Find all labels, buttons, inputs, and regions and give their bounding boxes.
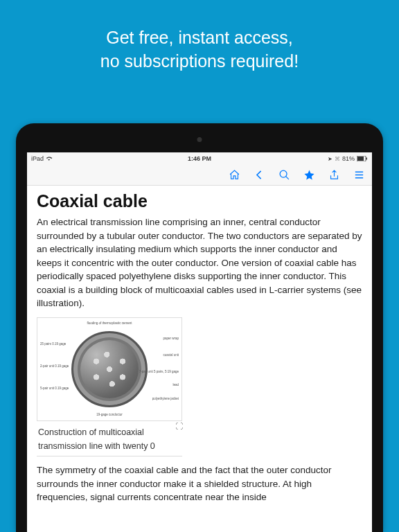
article-paragraph-2: The symmetry of the coaxial cable and th…	[37, 463, 362, 504]
figure-label-r4: lead	[172, 384, 179, 387]
svg-point-3	[280, 170, 287, 177]
home-button[interactable]	[228, 169, 240, 181]
figure-block: flooding of thermoplastic cement 25 pair…	[37, 317, 182, 456]
status-right: ➤ ⌘ 81%	[328, 155, 368, 162]
status-left: iPad	[31, 155, 53, 162]
promo-line-2: no subscriptions required!	[100, 51, 299, 71]
promo-headline: Get free, instant access, no subscriptio…	[0, 0, 399, 94]
carrier-label: iPad	[31, 155, 44, 162]
expand-icon[interactable]: ⛶	[175, 422, 183, 430]
share-button[interactable]	[328, 169, 340, 181]
figure-label-bottom: 19-gage conductor	[96, 414, 123, 417]
figure-label-r2: coaxial unit	[163, 354, 179, 357]
figure-label-l1: 25 pairs 0.19 gage	[40, 343, 66, 346]
search-button[interactable]	[278, 169, 290, 181]
battery-icon	[357, 156, 368, 161]
device-mockup: iPad 1:46 PM ➤ ⌘ 81%	[16, 123, 383, 532]
status-bar: iPad 1:46 PM ➤ ⌘ 81%	[27, 152, 372, 165]
figure-caption: Construction of multicoaxial transmissio…	[37, 421, 182, 456]
favorite-button[interactable]	[303, 169, 315, 181]
menu-button[interactable]	[353, 169, 365, 181]
status-time: 1:46 PM	[188, 155, 211, 162]
figure-label-l2: 2-pair unit 0.19 gage	[40, 365, 69, 369]
svg-rect-2	[366, 158, 368, 160]
figure-label-r3: 7-pair unit 5 pairs, 5:19 gage	[139, 371, 179, 374]
wifi-icon	[46, 156, 53, 161]
back-button[interactable]	[253, 169, 265, 181]
figure-label-r1: paper wrap	[163, 337, 179, 341]
nav-bar	[27, 165, 372, 186]
bluetooth-icon: ⌘	[335, 156, 340, 162]
figure-label-l3: 5-pair unit 0.19 gage	[40, 387, 69, 391]
article-title: Coaxial cable	[37, 191, 362, 211]
article-content[interactable]: Coaxial cable An electrical transmission…	[27, 186, 372, 532]
battery-label: 81%	[342, 155, 355, 162]
svg-rect-1	[357, 157, 364, 161]
promo-line-1: Get free, instant access,	[106, 28, 293, 47]
location-icon: ➤	[328, 156, 332, 162]
device-frame: iPad 1:46 PM ➤ ⌘ 81%	[16, 123, 383, 532]
article-paragraph-1: An electrical transmission line comprisi…	[37, 215, 362, 310]
figure-label-r5: polyethylene jacket	[152, 398, 179, 401]
cable-cross-section-graphic	[71, 331, 148, 407]
figure-label-top: flooding of thermoplastic cement	[87, 322, 132, 326]
figure-image[interactable]: flooding of thermoplastic cement 25 pair…	[37, 317, 182, 421]
device-screen: iPad 1:46 PM ➤ ⌘ 81%	[27, 152, 372, 532]
